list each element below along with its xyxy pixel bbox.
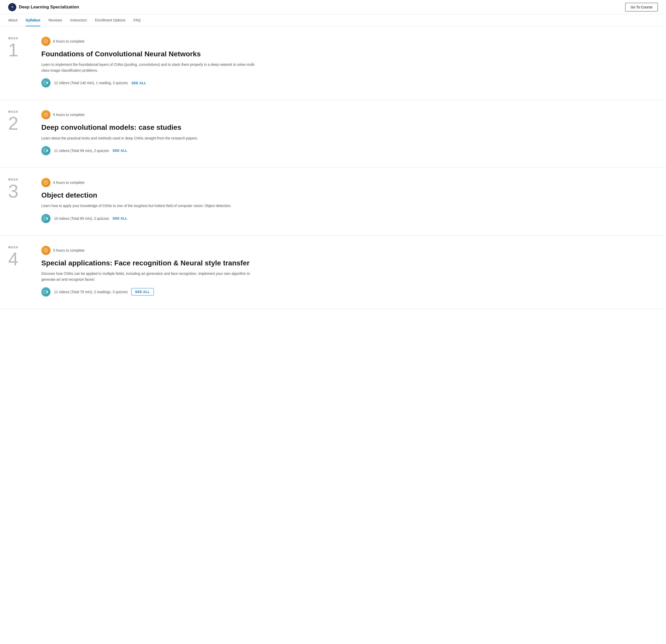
week-label: WEEK [8,178,41,181]
nav-item-instructors[interactable]: Instructors [70,15,87,26]
week-number: 2 [8,114,41,133]
week-label: WEEK [8,37,41,40]
logo-area: Deep Learning Specialization [8,3,79,11]
week-label: WEEK [8,246,41,249]
clock-icon [41,246,51,255]
clock-icon [41,37,51,46]
week-section-1: WEEK 1 6 hours to complete Foundations o… [0,27,666,100]
logo-icon [8,3,16,11]
week-number: 3 [8,182,41,201]
nav-item-reviews[interactable]: Reviews [49,15,62,26]
clock-icon [41,110,51,119]
content-stats: 10 videos (Total 85 min), 2 quizzes SEE … [41,214,658,223]
time-badge: 5 hours to complete [41,110,658,119]
see-all-button[interactable]: SEE ALL [131,288,154,295]
week-number: 4 [8,250,41,268]
content-stats: 12 videos (Total 140 min), 1 reading, 3 … [41,78,658,87]
week-label-col: WEEK 4 [8,246,41,268]
week-title: Special applications: Face recognition &… [41,259,658,268]
time-badge: 6 hours to complete [41,37,658,46]
week-content: 5 hours to complete Deep convolutional m… [41,110,658,155]
week-label: WEEK [8,110,41,113]
week-content: 4 hours to complete Object detection Lea… [41,178,658,223]
week-content: 5 hours to complete Special applications… [41,246,658,296]
header-title: Deep Learning Specialization [19,5,79,10]
video-icon [41,146,51,155]
svg-point-1 [12,7,13,7]
video-icon [41,287,51,296]
week-description: Discover how CNNs can be applied to mult… [41,271,261,282]
stats-text: 12 videos (Total 140 min), 1 reading, 3 … [54,81,128,85]
week-title: Deep convolutional models: case studies [41,123,658,132]
svg-rect-9 [44,291,47,293]
stats-text: 11 videos (Total 99 min), 2 quizzes [54,149,109,153]
week-title: Foundations of Convolutional Neural Netw… [41,50,658,59]
nav-item-syllabus[interactable]: Syllabus [26,15,40,26]
week-label-col: WEEK 1 [8,37,41,59]
clock-icon [41,178,51,187]
svg-rect-5 [44,150,47,152]
stats-text: 11 videos (Total 76 min), 2 readings, 3 … [54,290,128,294]
content-stats: 11 videos (Total 76 min), 2 readings, 3 … [41,287,658,296]
svg-rect-3 [44,82,47,84]
week-label-col: WEEK 3 [8,178,41,201]
nav-item-about[interactable]: About [8,15,18,26]
nav-item-faq[interactable]: FAQ [134,15,141,26]
stats-text: 10 videos (Total 85 min), 2 quizzes [54,216,109,221]
see-all-link[interactable]: SEE ALL [113,149,127,153]
week-description: Learn how to apply your knowledge of CNN… [41,203,261,209]
time-to-complete: 5 hours to complete [53,113,84,117]
see-all-link[interactable]: SEE ALL [113,216,127,220]
time-badge: 5 hours to complete [41,246,658,255]
week-description: Learn about the practical tricks and met… [41,135,261,141]
time-to-complete: 6 hours to complete [53,39,84,43]
go-to-course-button[interactable]: Go To Course [625,3,658,12]
see-all-link[interactable]: SEE ALL [132,81,146,85]
week-section-4: WEEK 4 5 hours to complete Special appli… [0,236,666,309]
main-content: WEEK 1 6 hours to complete Foundations o… [0,27,666,319]
nav: AboutSyllabusReviewsInstructorsEnrollmen… [0,14,666,27]
time-badge: 4 hours to complete [41,178,658,187]
header-left: Deep Learning Specialization [8,3,79,11]
time-to-complete: 4 hours to complete [53,180,84,185]
content-stats: 11 videos (Total 99 min), 2 quizzes SEE … [41,146,658,155]
week-number: 1 [8,41,41,59]
header: Deep Learning Specialization Go To Cours… [0,0,666,14]
video-icon [41,78,51,87]
week-section-2: WEEK 2 5 hours to complete Deep convolut… [0,100,666,168]
week-label-col: WEEK 2 [8,110,41,133]
week-section-3: WEEK 3 4 hours to complete Object detect… [0,168,666,236]
week-title: Object detection [41,191,658,200]
week-content: 6 hours to complete Foundations of Convo… [41,37,658,87]
week-description: Learn to implement the foundational laye… [41,62,261,73]
nav-item-enrollment-options[interactable]: Enrollment Options [95,15,125,26]
video-icon [41,214,51,223]
time-to-complete: 5 hours to complete [53,248,84,253]
svg-rect-7 [44,217,47,220]
